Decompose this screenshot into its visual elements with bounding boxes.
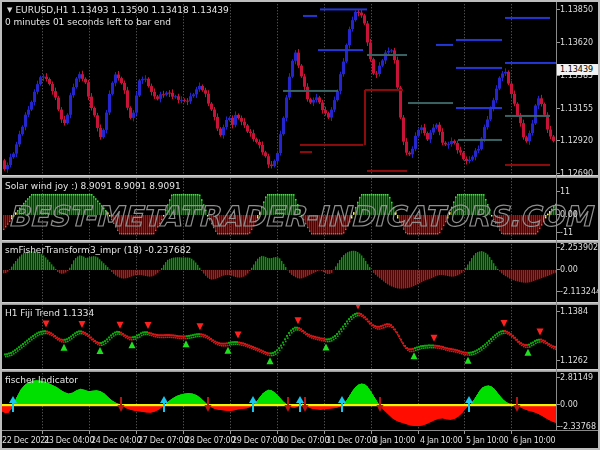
time-axis-label: 5 Jan 10:00 xyxy=(466,436,508,445)
price-scale-label: 2.253902 xyxy=(560,243,598,252)
axis-border xyxy=(0,430,600,431)
time-axis-label: 30 Dec 07:00 xyxy=(279,436,329,445)
price-scale-label: 1.13155 xyxy=(560,104,593,113)
time-axis-label: 3 Jan 10:00 xyxy=(373,436,415,445)
time-axis-label: 6 Jan 10:00 xyxy=(513,436,555,445)
time-axis-label: 4 Jan 10:00 xyxy=(420,436,462,445)
time-axis-label: 31 Dec 07:00 xyxy=(326,436,376,445)
panel-separator[interactable] xyxy=(0,302,600,305)
price-scale-label: 1.12920 xyxy=(560,136,593,145)
price-scale-label: 1.13620 xyxy=(560,38,593,47)
panel-separator[interactable] xyxy=(0,240,600,243)
panel-separator[interactable] xyxy=(0,175,600,178)
price-scale-label: 11 xyxy=(560,187,570,196)
time-axis-label: 29 Dec 07:00 xyxy=(232,436,282,445)
panel-separator[interactable] xyxy=(0,369,600,372)
price-scale-label: 1.1262 xyxy=(560,356,588,365)
price-scale-label: 0.00 xyxy=(560,400,578,409)
window-frame-left xyxy=(0,0,2,450)
price-scale-label: -2.113244 xyxy=(560,287,600,296)
mt4-chart-window: BEST-METATRADER-INDICATORS.COM ▼EURUSD,H… xyxy=(0,0,600,450)
price-scale-label: 0.00 xyxy=(560,265,578,274)
time-axis-label: 28 Dec 07:00 xyxy=(185,436,235,445)
price-scale-label: 1.1384 xyxy=(560,307,588,316)
time-axis-label: 24 Dec 04:00 xyxy=(91,436,141,445)
price-scale-label: 1.12690 xyxy=(560,169,593,178)
time-axis-label: 22 Dec 2021 xyxy=(2,436,50,445)
chart-canvas[interactable] xyxy=(0,0,600,450)
price-scale-label: 1.13850 xyxy=(560,5,593,14)
time-axis-label: 23 Dec 04:00 xyxy=(44,436,94,445)
price-scale-label: 2.81149 xyxy=(560,373,593,382)
time-axis-label: 27 Dec 07:00 xyxy=(138,436,188,445)
window-frame-top xyxy=(0,0,600,2)
price-scale-label: -2.33768 xyxy=(560,422,596,431)
price-scale-label: -11 xyxy=(560,228,573,237)
price-scale-label: 0.00 xyxy=(560,210,578,219)
current-price-badge: 1.13439 xyxy=(557,64,599,75)
